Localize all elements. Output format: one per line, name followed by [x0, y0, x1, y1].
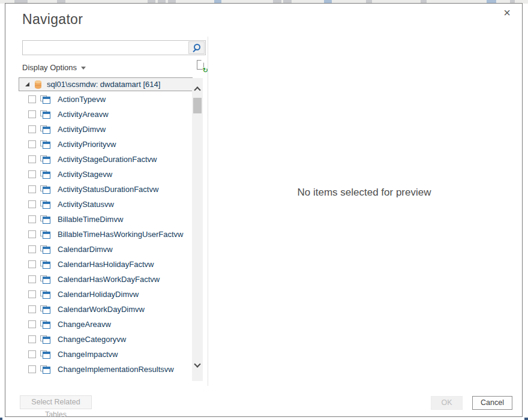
- search-input[interactable]: [23, 41, 188, 55]
- list-item[interactable]: ChangeImpactvw: [19, 347, 193, 362]
- preview-empty-message: No items selected for preview: [208, 187, 521, 199]
- table-view-icon: [40, 95, 50, 104]
- search-icon: [193, 44, 201, 52]
- table-name: CalendarHolidayDimvw: [58, 290, 139, 299]
- checkbox[interactable]: [28, 200, 36, 208]
- table-view-icon: [40, 245, 50, 254]
- checkbox[interactable]: [28, 230, 36, 238]
- table-view-icon: [40, 200, 50, 209]
- tree-expand-caret-icon[interactable]: [25, 82, 29, 86]
- table-name: ChangeCategoryvw: [58, 335, 126, 344]
- table-name: CalendarHasWorkDayFactvw: [58, 275, 160, 284]
- checkbox[interactable]: [28, 290, 36, 298]
- table-view-icon: [40, 260, 50, 269]
- checkbox[interactable]: [28, 350, 36, 358]
- table-view-icon: [40, 185, 50, 194]
- background-app-edge: [524, 418, 528, 420]
- table-name: CalendarDimvw: [58, 245, 113, 254]
- checkbox[interactable]: [28, 275, 36, 283]
- table-name: ChangeImpactvw: [58, 350, 118, 359]
- table-view-icon: [40, 140, 50, 149]
- checkbox[interactable]: [28, 140, 36, 148]
- table-name: ActivityStageDurationFactvw: [58, 155, 157, 164]
- checkbox[interactable]: [28, 125, 36, 133]
- list-item[interactable]: ActivityDimvw: [19, 122, 193, 137]
- search-box: [22, 40, 206, 55]
- checkbox[interactable]: [28, 320, 36, 328]
- chevron-down-icon: [81, 67, 86, 70]
- checkbox[interactable]: [28, 335, 36, 343]
- list-item[interactable]: ActivityStatusvw: [19, 197, 193, 212]
- table-name: ChangeAreavw: [58, 320, 111, 329]
- list-item[interactable]: CalendarHasHolidayFactvw: [19, 257, 193, 272]
- list-item[interactable]: ActivityStatusDurationFactvw: [19, 182, 193, 197]
- list-item[interactable]: ActionTypevw: [19, 92, 193, 107]
- checkbox[interactable]: [28, 95, 36, 103]
- table-name: CalendarHasHolidayFactvw: [58, 260, 154, 269]
- table-view-icon: [40, 170, 50, 179]
- list-item[interactable]: ActivityAreavw: [19, 107, 193, 122]
- list-item[interactable]: CalendarHasWorkDayFactvw: [19, 272, 193, 287]
- list-item[interactable]: CalendarWorkDayDimvw: [19, 302, 193, 317]
- table-name: ActivityStagevw: [58, 170, 112, 179]
- list-item[interactable]: CalendarHolidayDimvw: [19, 287, 193, 302]
- checkbox[interactable]: [28, 185, 36, 193]
- table-name: CalendarWorkDayDimvw: [58, 305, 145, 314]
- scrollbar[interactable]: [192, 78, 203, 381]
- table-view-icon: [40, 350, 50, 359]
- checkbox[interactable]: [28, 110, 36, 118]
- display-options-label: Display Options: [22, 63, 77, 72]
- close-icon[interactable]: ×: [500, 6, 514, 19]
- table-view-icon: [40, 305, 50, 314]
- table-view-icon: [40, 320, 50, 329]
- scroll-down-icon[interactable]: [194, 361, 200, 367]
- checkbox[interactable]: [28, 215, 36, 223]
- table-view-icon: [40, 155, 50, 164]
- list-item[interactable]: ChangeCategoryvw: [19, 332, 193, 347]
- tree-root-database[interactable]: sql01\scsmdw: dwdatamart [614]: [19, 77, 193, 91]
- list-item[interactable]: ChangeImplementationResultsvw: [19, 362, 193, 377]
- scroll-up-icon[interactable]: [194, 86, 200, 93]
- checkbox[interactable]: [28, 245, 36, 253]
- table-name: ActionTypevw: [58, 95, 106, 104]
- database-icon: [35, 80, 41, 89]
- refresh-button[interactable]: ↻: [196, 60, 207, 72]
- database-label: sql01\scsmdw: dwdatamart [614]: [47, 80, 160, 89]
- table-list: ActionTypevw ActivityAreavw ActivityDimv…: [19, 92, 193, 377]
- table-view-icon: [40, 365, 50, 374]
- pane-divider: [208, 37, 208, 386]
- table-name: ActivityDimvw: [58, 125, 106, 134]
- table-view-icon: [40, 335, 50, 344]
- table-view-icon: [40, 290, 50, 299]
- list-item[interactable]: BillableTimeHasWorkingUserFactvw: [19, 227, 193, 242]
- list-item[interactable]: ActivityPriorityvw: [19, 137, 193, 152]
- table-name: ActivityPriorityvw: [58, 140, 116, 149]
- checkbox[interactable]: [28, 155, 36, 163]
- table-view-icon: [40, 110, 50, 119]
- checkbox[interactable]: [28, 365, 36, 373]
- list-item[interactable]: CalendarDimvw: [19, 242, 193, 257]
- checkbox[interactable]: [28, 170, 36, 178]
- ok-button[interactable]: OK: [431, 396, 463, 410]
- search-button[interactable]: [188, 41, 205, 54]
- display-options-dropdown[interactable]: Display Options: [22, 62, 86, 73]
- scrollbar-thumb[interactable]: [193, 98, 202, 113]
- table-name: BillableTimeDimvw: [58, 215, 123, 224]
- table-view-icon: [40, 230, 50, 239]
- list-item[interactable]: ChangeAreavw: [19, 317, 193, 332]
- select-related-tables-button[interactable]: Select Related Tables: [20, 395, 92, 409]
- checkbox[interactable]: [28, 305, 36, 313]
- list-item[interactable]: ActivityStagevw: [19, 167, 193, 182]
- table-name: ActivityStatusvw: [58, 200, 114, 209]
- background-app-edge: [0, 418, 2, 420]
- table-name: ActivityStatusDurationFactvw: [58, 185, 158, 194]
- table-name: ActivityAreavw: [58, 110, 109, 119]
- list-item[interactable]: ActivityStageDurationFactvw: [19, 152, 193, 167]
- navigator-dialog: Navigator × Display Options ↻ sql01\scsm…: [5, 3, 523, 417]
- table-view-icon: [40, 215, 50, 224]
- page-title: Navigator: [22, 11, 83, 28]
- table-name: BillableTimeHasWorkingUserFactvw: [58, 230, 184, 239]
- checkbox[interactable]: [28, 260, 36, 268]
- cancel-button[interactable]: Cancel: [472, 396, 512, 410]
- list-item[interactable]: BillableTimeDimvw: [19, 212, 193, 227]
